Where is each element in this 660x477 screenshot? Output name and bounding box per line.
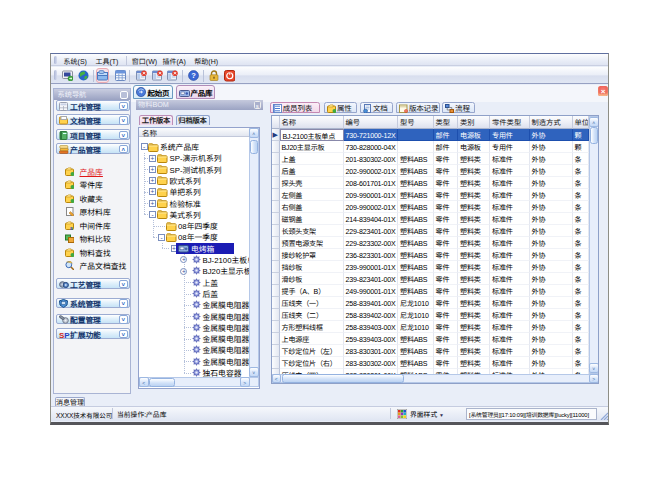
svg-text:?: ? — [191, 71, 196, 80]
